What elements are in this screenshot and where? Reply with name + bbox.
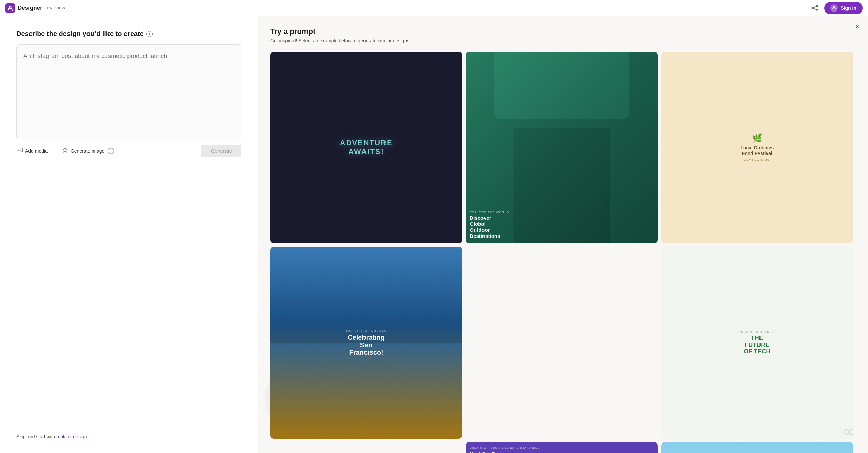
panel-subtitle: Get inspired! Select an example below to… (270, 38, 856, 43)
card-adventure[interactable]: ADVENTUREAWAITS! (270, 52, 462, 243)
generate-button[interactable]: Generate (201, 145, 241, 157)
generate-image-info-icon[interactable]: i (108, 148, 114, 154)
svg-point-2 (816, 5, 818, 7)
card-sf-content: THE CITY OF DREAMS CelebratingSanFrancis… (346, 329, 387, 356)
close-panel-button[interactable]: × (855, 22, 860, 31)
svg-point-4 (816, 9, 818, 11)
card-tech-title: THEFUTUREOF TECH (744, 335, 770, 355)
generate-image-button[interactable]: Generate image i (62, 145, 114, 157)
sign-in-label: Sign in (841, 5, 856, 11)
card-local-title: Local CuisinesFood Festival (740, 145, 774, 157)
header-right: Sign in (810, 2, 863, 14)
add-media-button[interactable]: Add media (16, 145, 48, 157)
svg-line-6 (814, 8, 817, 10)
header: Designer PREVIEW Sign in (0, 0, 868, 16)
toolbar: Add media Generate image i Generate (16, 145, 241, 157)
blank-design-link[interactable]: blank design (60, 434, 87, 439)
sign-in-button[interactable]: Sign in (824, 2, 863, 14)
card-tax-eyebrow: CREATING INDUSTRY LEADING STANDARDS (470, 446, 653, 450)
card-tax-title: Meet Our TaxConsultingLeader (470, 451, 653, 453)
add-media-label: Add media (25, 148, 48, 154)
share-button[interactable] (810, 3, 820, 13)
card-tech-eyebrow: WHAT'S IN STORE? (740, 330, 774, 334)
app-title: Designer (18, 5, 42, 12)
svg-point-1 (9, 8, 11, 9)
card-sf-eyebrow: THE CITY OF DREAMS (346, 329, 387, 332)
card-sf-bridge-bg (270, 343, 462, 439)
card-local-deco-icon: 🌿 (752, 133, 762, 143)
user-avatar-icon (830, 4, 838, 12)
svg-line-5 (814, 6, 817, 8)
skip-prefix: Skip and start with a (16, 434, 60, 439)
card-tech-deco: ∞ (843, 422, 853, 439)
svg-rect-8 (17, 148, 22, 152)
generate-image-label: Generate image (71, 148, 104, 154)
right-panel: × Try a prompt Get inspired! Select an e… (258, 16, 868, 453)
card-tax[interactable]: CREATING INDUSTRY LEADING STANDARDS Meet… (466, 442, 657, 453)
share-icon (811, 4, 819, 12)
card-discover-eyebrow: Explore the World (470, 211, 509, 214)
card-adventure-text: ADVENTUREAWAITS! (340, 139, 393, 157)
panel-title: Try a prompt (270, 27, 856, 36)
left-panel: Describe the design you'd like to create… (0, 16, 258, 453)
card-discover[interactable]: Explore the World DiscoverGlobalOutdoorD… (466, 52, 657, 243)
svg-point-3 (812, 7, 814, 9)
card-local[interactable]: 🌿 Local CuisinesFood Festival COME JOIN … (661, 52, 853, 243)
add-media-icon (16, 147, 23, 155)
describe-title-text: Describe the design you'd like to create (16, 30, 144, 38)
main-layout: Describe the design you'd like to create… (0, 16, 868, 453)
card-tech[interactable]: WHAT'S IN STORE? THEFUTUREOF TECH ∞ (661, 247, 853, 438)
skip-text: Skip and start with a blank design (16, 420, 241, 439)
card-sf-title: CelebratingSanFrancisco! (346, 334, 387, 356)
toolbar-divider (55, 148, 55, 155)
info-icon[interactable]: i (146, 31, 153, 37)
generate-image-icon (62, 147, 68, 155)
card-regatta[interactable]: ⛵ Join us for a SailingRegatta and After… (661, 442, 853, 453)
logo-area: Designer PREVIEW (5, 3, 65, 13)
prompt-cards-grid: ADVENTUREAWAITS! Explore the World Disco… (270, 52, 856, 453)
designer-logo-icon (5, 3, 15, 13)
preview-badge: PREVIEW (47, 6, 65, 10)
card-sf[interactable]: THE CITY OF DREAMS CelebratingSanFrancis… (270, 247, 462, 438)
prompt-textarea[interactable] (16, 44, 241, 139)
card-local-sub: COME JOIN US! (744, 158, 771, 161)
card-discover-title: DiscoverGlobalOutdoorDestinations (470, 215, 509, 239)
card-discover-content: Explore the World DiscoverGlobalOutdoorD… (470, 211, 509, 239)
describe-title: Describe the design you'd like to create… (16, 30, 241, 38)
